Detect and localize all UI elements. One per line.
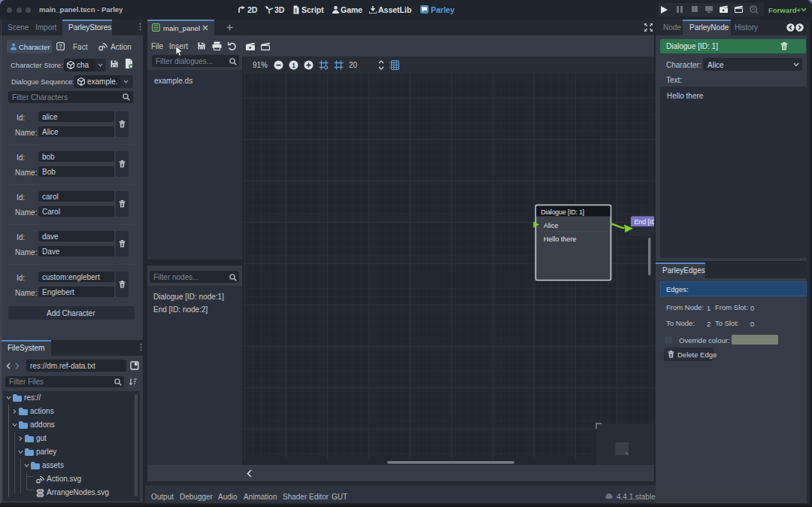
svg-text:Hello there: Hello there [544, 235, 577, 243]
svg-text:Alice: Alice [544, 222, 559, 229]
svg-text:1: 1 [292, 62, 295, 69]
svg-text:?: ? [59, 43, 62, 50]
svg-text:End [ID: End [ID [635, 218, 655, 226]
svg-text:Dialogue [ID: 1]: Dialogue [ID: 1] [541, 208, 585, 216]
